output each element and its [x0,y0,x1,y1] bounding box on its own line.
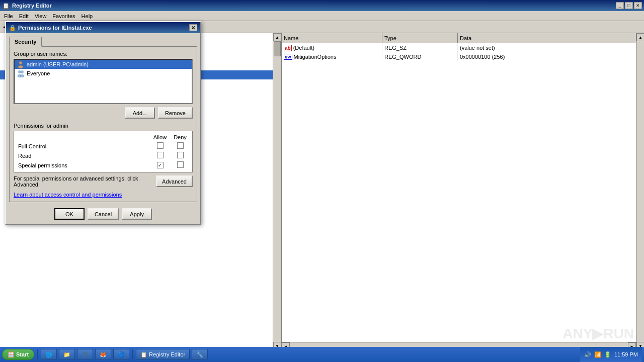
taskbar: 🪟 Start 🌐 📁 🎵 🦊 🔵 📋 Registry Editor 🔧 🔊 … [0,347,644,362]
svg-point-28 [20,75,24,77]
menu-bar: File Edit View Favorites Help [0,11,644,21]
advanced-button[interactable]: Advanced [156,175,193,187]
close-button[interactable]: ✕ [634,2,642,9]
entry-name-cell: qw MitigationOptions [282,52,382,61]
menu-view[interactable]: View [32,12,50,21]
perm-name: Read [16,151,150,160]
allow-checkbox-special[interactable] [150,160,170,170]
deny-checkbox-read[interactable] [170,151,190,160]
dialog-body: Security Group or user names: admin (USE… [6,33,200,205]
svg-point-25 [19,71,21,73]
start-button[interactable]: 🪟 Start [2,349,34,360]
taskbar-icon-chrome[interactable]: 🔵 [113,349,129,360]
dialog-title-bar: 🔒 Permissions for IEInstal.exe ✕ [6,22,200,33]
registry-entries: ab (Default) REG_SZ (value not set) qw M… [282,43,644,61]
start-icon: 🪟 [8,351,15,358]
registry-row-default[interactable]: ab (Default) REG_SZ (value not set) [282,43,644,52]
allow-checkbox-fullcontrol[interactable] [150,141,170,151]
taskbar-separator2 [132,349,133,359]
checkbox[interactable] [157,142,164,149]
col-data: Data [458,33,644,43]
allow-checkbox-read[interactable] [150,151,170,160]
dialog-close-button[interactable]: ✕ [189,24,197,31]
entry-name: (Default) [293,45,314,51]
taskbar-icon-browser[interactable]: 🦊 [95,349,111,360]
group-label: Group or user names: [14,51,193,57]
perm-row-read: Read [16,151,190,160]
taskbar-icon-extra[interactable]: 🔧 [192,349,208,360]
remove-button[interactable]: Remove [158,107,193,119]
tray-icon-network[interactable]: 📶 [594,351,601,358]
entry-type-cell: REG_SZ [382,43,458,52]
scroll-track[interactable] [636,41,644,342]
advanced-text: For special permissions or advanced sett… [14,175,152,188]
user-icon [17,60,25,68]
dialog-footer: OK Cancel Apply [6,205,200,224]
advanced-section: For special permissions or advanced sett… [14,175,193,188]
tray-icon-battery[interactable]: 🔋 [604,351,611,358]
ab-icon: ab [284,45,292,51]
tab-security[interactable]: Security [9,37,42,47]
add-button[interactable]: Add... [125,107,155,119]
permissions-label: Permissions for admin [14,123,193,129]
perm-name: Special permissions [16,160,150,170]
window-controls: _ □ ✕ [616,2,642,9]
entry-data-cell: (value not set) [458,43,644,52]
menu-edit[interactable]: Edit [16,12,32,21]
scroll-track[interactable] [273,41,281,342]
tray-icon-sound[interactable]: 🔊 [584,351,591,358]
taskbar-icon-folder[interactable]: 📁 [59,349,75,360]
scroll-up-arrow[interactable]: ▲ [273,33,281,41]
scroll-up-arrow[interactable]: ▲ [636,33,644,41]
permissions-section: Allow Deny Full Control [14,131,193,172]
cancel-button[interactable]: Cancel [88,208,119,220]
col-name: Name [282,33,382,43]
system-tray: 🔊 📶 🔋 11:59 PM [580,347,642,362]
tray-time: 11:59 PM [614,351,638,357]
col-type: Type [382,33,458,43]
taskbar-icon-media[interactable]: 🎵 [77,349,93,360]
checkbox[interactable] [157,162,164,168]
checkbox[interactable] [177,142,184,149]
taskbar-app-registry[interactable]: 📋 Registry Editor [136,349,190,360]
user-buttons: Add... Remove [14,107,193,119]
user-name: admin (USER-PC\admin) [27,61,89,67]
learn-link[interactable]: Learn about access control and permissio… [14,192,122,198]
checkbox[interactable] [177,161,184,168]
group-icon [17,69,25,77]
registry-row-mitigation[interactable]: qw MitigationOptions REG_QWORD 0x0000010… [282,52,644,61]
ok-button[interactable]: OK [54,208,85,220]
entry-name: MitigationOptions [294,54,337,60]
app-label: Registry Editor [149,351,185,357]
tab-bar: Security [9,36,197,46]
svg-point-24 [18,65,23,68]
minimize-button[interactable]: _ [616,2,624,9]
start-label: Start [16,351,29,357]
deny-checkbox-fullcontrol[interactable] [170,141,190,151]
tree-scrollbar[interactable]: ▲ ▼ [273,33,281,350]
deny-checkbox-special[interactable] [170,160,190,170]
right-scrollbar[interactable]: ▲ ▼ [636,33,644,350]
checkbox[interactable] [177,152,184,158]
taskbar-icon-ie[interactable]: 🌐 [41,349,57,360]
entry-type-cell: REG_QWORD [382,52,458,61]
entry-data-cell: 0x00000100 (256) [458,52,644,61]
checkbox[interactable] [157,152,164,158]
user-list[interactable]: admin (USER-PC\admin) Everyone [14,59,193,104]
entry-name-cell: ab (Default) [282,43,382,52]
svg-point-23 [19,61,22,64]
permissions-table: Allow Deny Full Control [16,133,190,170]
col-allow: Allow [150,133,170,141]
user-item-admin[interactable]: admin (USER-PC\admin) [15,60,192,69]
permissions-dialog: 🔒 Permissions for IEInstal.exe ✕ Securit… [5,21,201,225]
window-title: Registry Editor [12,3,616,9]
scroll-thumb[interactable] [274,41,281,56]
menu-favorites[interactable]: Favorites [49,12,78,21]
menu-help[interactable]: Help [78,12,96,21]
user-item-everyone[interactable]: Everyone [15,69,192,78]
taskbar-separator [37,349,38,359]
apply-button[interactable]: Apply [122,208,152,220]
maximize-button[interactable]: □ [625,2,633,9]
dialog-title-text: Permissions for IEInstal.exe [18,25,92,31]
menu-file[interactable]: File [1,12,16,21]
